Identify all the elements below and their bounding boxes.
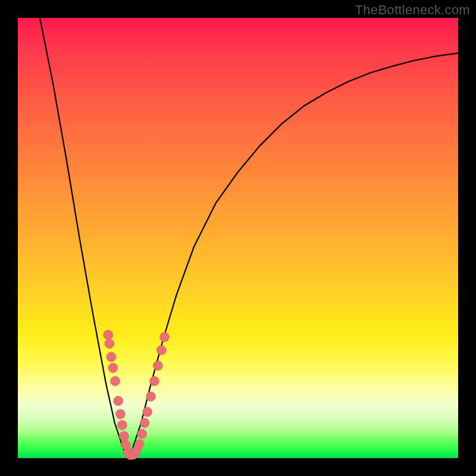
bottleneck-curve xyxy=(40,18,458,458)
curve-marker xyxy=(105,339,114,349)
chart-frame: TheBottleneck.com xyxy=(0,0,476,476)
curve-marker xyxy=(119,431,129,441)
watermark-text: TheBottleneck.com xyxy=(355,2,470,18)
curve-marker xyxy=(143,407,152,416)
curve-marker xyxy=(114,396,123,406)
curve-marker xyxy=(117,421,127,430)
plot-area xyxy=(18,18,458,458)
curve-marker xyxy=(115,409,125,419)
curve-marker xyxy=(111,377,120,386)
curve-marker xyxy=(137,429,147,439)
curve-marker xyxy=(134,439,144,449)
curve-marker xyxy=(159,333,169,342)
curve-marker xyxy=(108,363,118,372)
curve-markers xyxy=(104,330,170,460)
bottleneck-curve-svg xyxy=(18,18,458,458)
curve-marker xyxy=(104,330,113,340)
curve-marker xyxy=(149,377,159,386)
curve-marker xyxy=(146,392,155,401)
curve-marker xyxy=(107,352,116,362)
curve-marker xyxy=(140,418,149,428)
curve-marker xyxy=(153,361,162,371)
curve-marker xyxy=(156,346,166,355)
